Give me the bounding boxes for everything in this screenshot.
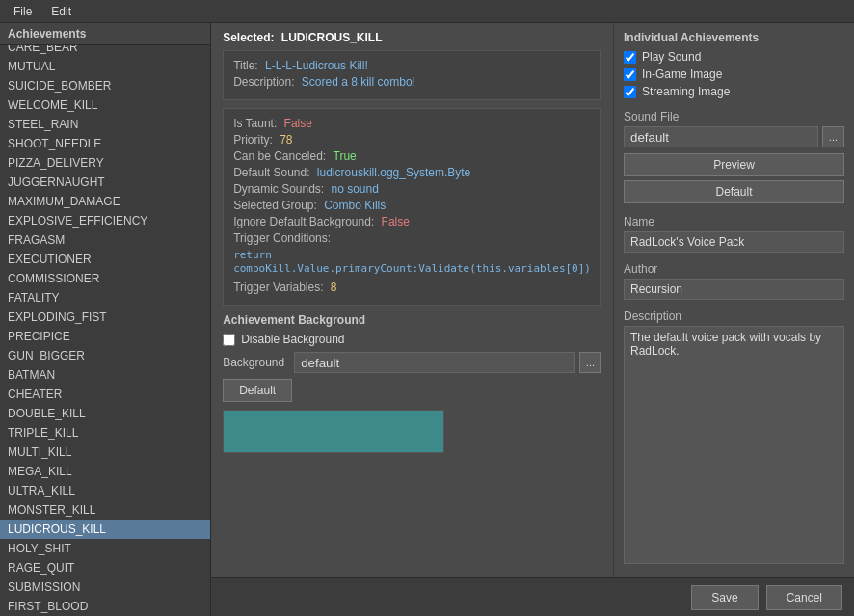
selected-label: Selected: LUDICROUS_KILL xyxy=(223,31,601,44)
list-item[interactable]: PIZZA_DELIVERY xyxy=(0,153,210,173)
list-item[interactable]: EXPLODING_FIST xyxy=(0,308,210,327)
list-item[interactable]: MAXIMUM_DAMAGE xyxy=(0,192,210,211)
achievements-list[interactable]: LAWNMOWERHARVESTERDEATH_STREAKBEING_FARM… xyxy=(0,45,210,616)
list-item[interactable]: SUBMISSION xyxy=(0,577,210,597)
achievement-bg-title: Achievement Background xyxy=(223,313,601,327)
list-item[interactable]: MULTI_KILL xyxy=(0,442,210,462)
description-label: Description: xyxy=(233,75,294,89)
play-sound-label: Play Sound xyxy=(642,50,701,64)
in-game-image-label: In-Game Image xyxy=(642,67,722,81)
right-panel-inner: Individual Achievements Play Sound In-Ga… xyxy=(624,31,844,608)
list-item[interactable]: TRIPLE_KILL xyxy=(0,423,210,442)
list-item[interactable]: JUGGERNAUGHT xyxy=(0,173,210,192)
list-item[interactable]: LUDICROUS_KILL xyxy=(0,520,210,539)
save-button[interactable]: Save xyxy=(691,585,758,610)
preview-button[interactable]: Preview xyxy=(624,153,844,176)
background-default-button[interactable]: Default xyxy=(223,379,292,402)
sound-file-browse-button[interactable]: ... xyxy=(822,126,844,147)
list-item[interactable]: STEEL_RAIN xyxy=(0,115,210,134)
sound-file-label: Sound File xyxy=(624,110,844,123)
selected-value: LUDICROUS_KILL xyxy=(281,31,383,44)
info-block: Title: L-L-L-Ludicrous Kill! Description… xyxy=(223,50,601,100)
trigger-code-row: return comboKill.Value.primaryCount:Vali… xyxy=(233,248,591,275)
list-item[interactable]: HOLY_SHIT xyxy=(0,539,210,558)
title-value: L-L-L-Ludicrous Kill! xyxy=(265,59,368,72)
priority-row: Priority: 78 xyxy=(233,133,591,147)
name-label: Name xyxy=(624,215,844,228)
trigger-conditions-row: Trigger Conditions: xyxy=(233,231,591,245)
title-label: Title: xyxy=(233,59,258,72)
list-item[interactable]: ULTRA_KILL xyxy=(0,481,210,500)
color-preview xyxy=(223,410,444,453)
right-panel: Individual Achievements Play Sound In-Ga… xyxy=(613,23,854,616)
list-item[interactable]: FATALITY xyxy=(0,288,210,308)
in-game-image-checkbox[interactable] xyxy=(624,68,636,81)
ignore-default-bg-value: False xyxy=(382,215,410,228)
disable-bg-label: Disable Background xyxy=(241,333,344,346)
left-panel: Achievements LAWNMOWERHARVESTERDEATH_STR… xyxy=(0,23,211,616)
bottom-bar: Save Cancel xyxy=(211,577,854,616)
selected-group-value: Combo Kills xyxy=(324,199,386,212)
default-sound-value: ludicrouskill.ogg_System.Byte xyxy=(317,166,470,179)
selected-group-label: Selected Group: xyxy=(233,199,317,212)
list-item[interactable]: EXPLOSIVE_EFFICIENCY xyxy=(0,211,210,230)
sound-file-input[interactable] xyxy=(624,126,818,147)
list-item[interactable]: CHEATER xyxy=(0,385,210,404)
can-be-canceled-value: True xyxy=(334,149,357,163)
priority-label: Priority: xyxy=(233,133,273,147)
background-field-row: Background ... xyxy=(223,352,601,373)
selected-prefix: Selected: xyxy=(223,31,274,44)
list-item[interactable]: FRAGASM xyxy=(0,230,210,250)
streaming-image-row: Streaming Image xyxy=(624,85,844,98)
list-item[interactable]: GUN_BIGGER xyxy=(0,346,210,365)
dynamic-sounds-label: Dynamic Sounds: xyxy=(233,182,324,196)
individual-achievements-title: Individual Achievements xyxy=(624,31,844,44)
description-block: Description The default voice pack with … xyxy=(624,309,844,564)
list-item[interactable]: MUTUAL xyxy=(0,57,210,76)
main-layout: Achievements LAWNMOWERHARVESTERDEATH_STR… xyxy=(0,23,854,616)
achievement-background-section: Achievement Background Disable Backgroun… xyxy=(223,313,601,453)
streaming-image-checkbox[interactable] xyxy=(624,86,636,98)
disable-bg-checkbox[interactable] xyxy=(223,334,235,346)
list-item[interactable]: SHOOT_NEEDLE xyxy=(0,134,210,153)
description-row: Description: Scored a 8 kill combo! xyxy=(233,75,591,89)
sound-default-button[interactable]: Default xyxy=(624,180,844,203)
description-label: Description xyxy=(624,309,844,323)
dynamic-sounds-row: Dynamic Sounds: no sound xyxy=(233,182,591,196)
sound-file-row: ... xyxy=(624,126,844,147)
trigger-variables-row: Trigger Variables: 8 xyxy=(233,281,591,294)
center-panel: Selected: LUDICROUS_KILL Title: L-L-L-Lu… xyxy=(211,23,613,616)
list-item[interactable]: COMMISSIONER xyxy=(0,269,210,288)
list-item[interactable]: MONSTER_KILL xyxy=(0,500,210,520)
description-value: The default voice pack with vocals by Ra… xyxy=(624,326,844,564)
list-item[interactable]: MEGA_KILL xyxy=(0,462,210,481)
is-taunt-row: Is Taunt: False xyxy=(233,117,591,130)
menu-bar: File Edit xyxy=(0,0,854,23)
achievements-header: Achievements xyxy=(0,23,210,45)
list-item[interactable]: CARE_BEAR xyxy=(0,45,210,57)
title-row: Title: L-L-L-Ludicrous Kill! xyxy=(233,59,591,72)
in-game-image-row: In-Game Image xyxy=(624,67,844,81)
file-menu[interactable]: File xyxy=(4,3,41,20)
play-sound-row: Play Sound xyxy=(624,50,844,64)
list-item[interactable]: SUICIDE_BOMBER xyxy=(0,76,210,95)
trigger-conditions-label: Trigger Conditions: xyxy=(233,231,331,245)
description-value: Scored a 8 kill combo! xyxy=(302,75,415,89)
is-taunt-label: Is Taunt: xyxy=(233,117,277,130)
list-item[interactable]: DOUBLE_KILL xyxy=(0,404,210,423)
play-sound-checkbox[interactable] xyxy=(624,51,636,64)
list-item[interactable]: BATMAN xyxy=(0,365,210,385)
list-item[interactable]: WELCOME_KILL xyxy=(0,95,210,115)
list-item[interactable]: EXECUTIONER xyxy=(0,250,210,269)
background-browse-button[interactable]: ... xyxy=(579,352,601,373)
background-input[interactable] xyxy=(294,352,575,373)
can-be-canceled-row: Can be Canceled: True xyxy=(233,149,591,163)
individual-achievements-section: Individual Achievements Play Sound In-Ga… xyxy=(624,31,844,102)
selected-group-row: Selected Group: Combo Kills xyxy=(233,199,591,212)
list-item[interactable]: PRECIPICE xyxy=(0,327,210,346)
list-item[interactable]: FIRST_BLOOD xyxy=(0,597,210,616)
cancel-button[interactable]: Cancel xyxy=(766,585,842,610)
list-item[interactable]: RAGE_QUIT xyxy=(0,558,210,577)
name-block: Name RadLock's Voice Pack xyxy=(624,215,844,253)
edit-menu[interactable]: Edit xyxy=(41,3,81,20)
